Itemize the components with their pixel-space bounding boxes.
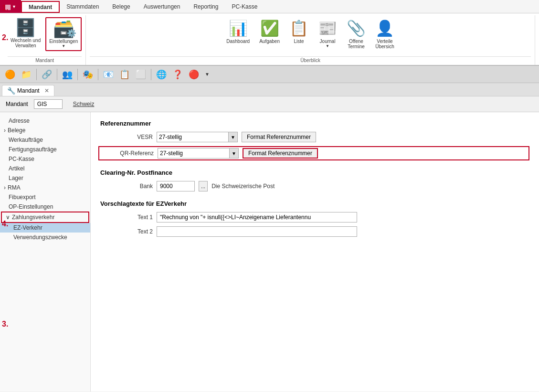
- schweiz-tab[interactable]: Schweiz: [68, 100, 99, 108]
- db-icon: 🗄️: [15, 19, 36, 36]
- sidebar-group-belege[interactable]: › Belege: [0, 126, 90, 135]
- sidebar-item-adresse[interactable]: Adresse: [0, 116, 90, 126]
- sidebar-item-artikel[interactable]: Artikel: [0, 164, 90, 173]
- btn-wechseln-verwalten[interactable]: 🗄️ Wechseln und Verwalten: [8, 17, 43, 50]
- einstellungen-arrow: ▼: [62, 44, 65, 48]
- field-row-vesr: VESR 27-stellig ▼ Format Referenznummer: [100, 132, 529, 142]
- annotation-3: 3.: [2, 320, 8, 328]
- tab-stammdaten[interactable]: Stammdaten: [60, 0, 106, 13]
- sidebar-group-rma[interactable]: › RMA: [0, 183, 90, 192]
- btn-dashboard-label: Dashboard: [226, 39, 250, 44]
- mandant-value-input[interactable]: [34, 99, 63, 109]
- sidebar-group-zahlungsverkehr[interactable]: ∨ Zahlungsverkehr: [1, 212, 89, 223]
- bank-static-text: Die Schweizerische Post: [211, 183, 275, 190]
- toolbar-sep-5: [151, 69, 151, 80]
- input-bank[interactable]: [157, 181, 195, 191]
- sidebar-child-verwendungszwecke[interactable]: Verwendungszwecke: [0, 233, 90, 242]
- ribbon-tab-bar: ▦ ▼ Mandant Stammdaten Belege Auswertung…: [0, 0, 539, 13]
- btn-aufgaben-label: Aufgaben: [259, 39, 280, 44]
- tab-mandant-label: Mandant: [17, 87, 40, 94]
- sidebar-item-pc-kasse[interactable]: PC-Kasse: [0, 154, 90, 164]
- tab-mandant-close[interactable]: ✕: [44, 87, 49, 94]
- annotation-1: 1.: [2, 4, 8, 12]
- toolbar: 🟠 📁 🔗 👥 🎭 📧 📋 ⬜ 🌐 ❓ 🔴 ▼: [0, 66, 539, 83]
- journal-icon: 📰: [318, 19, 337, 37]
- group-label-mandant: Mandant: [8, 56, 82, 63]
- sidebar-item-lager[interactable]: Lager: [0, 173, 90, 183]
- sidebar-item-fibuexport[interactable]: Fibuexport: [0, 192, 90, 202]
- btn-aufgaben[interactable]: ✅ Aufgaben: [256, 17, 283, 46]
- btn-journal-label: Journal: [320, 39, 336, 44]
- verteiler-icon: 👤: [375, 19, 394, 37]
- btn-journal[interactable]: 📰 Journal ▼: [315, 17, 340, 50]
- split-layout: Adresse › Belege Werkaufträge Fertigungs…: [0, 112, 539, 392]
- label-qr-referenz: QR-Referenz: [101, 150, 154, 157]
- tab-mandant-content[interactable]: 🔧 Mandant ✕: [2, 85, 54, 96]
- sidebar-item-werkauftraege[interactable]: Werkaufträge: [0, 135, 90, 145]
- label-vesr: VESR: [100, 134, 153, 140]
- toolbar-btn-square[interactable]: ⬜: [134, 68, 148, 81]
- btn-offene-termine-label: Offene Termine: [348, 39, 365, 49]
- sidebar-item-fertigungsauftraege[interactable]: Fertigungsaufträge: [0, 145, 90, 154]
- field-row-qr-referenz: QR-Referenz 27-stellig ▼ Format Referenz…: [98, 146, 529, 160]
- toolbar-sep-1: [36, 69, 37, 80]
- btn-einstellungen[interactable]: 🗃️ ⚙️ Einstellungen ▼: [45, 17, 82, 51]
- btn-bank-ellipsis[interactable]: ...: [199, 181, 208, 191]
- toolbar-btn-mask[interactable]: 🎭: [81, 68, 95, 81]
- offene-termine-icon: 📎: [347, 19, 366, 37]
- toolbar-btn-orange[interactable]: 🟠: [3, 68, 17, 81]
- label-bank: Bank: [100, 183, 153, 190]
- label-text2: Text 2: [100, 228, 153, 235]
- annotation-2: 2.: [2, 33, 8, 42]
- btn-wechseln-label: Wechseln und Verwalten: [11, 38, 41, 48]
- annotation-4: 4.: [2, 220, 8, 228]
- label-text1: Text 1: [100, 214, 153, 221]
- toolbar-btn-clipboard[interactable]: 📋: [117, 68, 132, 81]
- section-title-clearing: Clearing-Nr. Postfinance: [100, 169, 529, 176]
- liste-icon: 📋: [289, 19, 308, 37]
- ribbon-group-ueberblick: 📊 Dashboard ✅ Aufgaben 📋 Liste 📰 Journal…: [86, 15, 535, 65]
- btn-format-ref-qr[interactable]: Format Referenznummer: [243, 148, 318, 159]
- chevron-right-icon: ›: [4, 127, 6, 134]
- select-qr-value: 27-stellig: [158, 150, 229, 157]
- btn-format-ref-vesr[interactable]: Format Referenznummer: [242, 132, 316, 142]
- btn-verteiler-ubersicht[interactable]: 👤 Verteile Übersich: [372, 17, 397, 51]
- settings-icon: 🗃️ ⚙️: [53, 20, 74, 37]
- sidebar-item-op-einstellungen[interactable]: OP-Einstellungen: [0, 202, 90, 212]
- btn-dashboard[interactable]: 📊 Dashboard: [223, 17, 253, 46]
- toolbar-sep-3: [77, 69, 78, 80]
- tab-reporting[interactable]: Reporting: [187, 0, 225, 13]
- ribbon-group-mandant: 🗄️ Wechseln und Verwalten 🗃️ ⚙️ Einstell…: [4, 15, 86, 65]
- toolbar-btn-dropdown[interactable]: ▼: [203, 71, 211, 78]
- btn-liste[interactable]: 📋 Liste: [286, 17, 311, 46]
- input-text2[interactable]: [157, 226, 357, 237]
- toolbar-sep-2: [57, 69, 57, 80]
- section-clearing: Clearing-Nr. Postfinance Bank ... Die Sc…: [100, 169, 529, 191]
- toolbar-btn-globe[interactable]: 🌐: [154, 68, 169, 81]
- select-vesr-arrow[interactable]: ▼: [228, 132, 237, 142]
- toolbar-btn-mail[interactable]: 📧: [101, 68, 116, 81]
- mandant-window: Mandant Schweiz Adresse ›: [0, 96, 539, 392]
- tab-pc-kasse[interactable]: PC-Kasse: [225, 0, 264, 13]
- select-vesr-value: 27-stellig: [157, 134, 228, 140]
- mandant-header-label: Mandant: [6, 101, 28, 107]
- select-qr-arrow[interactable]: ▼: [229, 148, 238, 158]
- toolbar-btn-link[interactable]: 🔗: [40, 68, 54, 81]
- main-panel: Mandant Schweiz Adresse ›: [0, 96, 539, 392]
- tab-belege[interactable]: Belege: [106, 0, 137, 13]
- toolbar-sep-4: [98, 69, 98, 80]
- tab-auswertungen[interactable]: Auswertungen: [137, 0, 187, 13]
- content-area: 🔧 Mandant ✕ Mandant Schweiz: [0, 83, 539, 392]
- toolbar-btn-close[interactable]: 🔴: [187, 68, 201, 81]
- toolbar-btn-users[interactable]: 👥: [60, 68, 74, 81]
- btn-offene-termine[interactable]: 📎 Offene Termine: [344, 17, 369, 51]
- input-text1[interactable]: [157, 212, 357, 222]
- sidebar-child-ez-verkehr[interactable]: EZ-Verkehr: [0, 223, 90, 233]
- aufgaben-icon: ✅: [260, 19, 279, 37]
- toolbar-btn-help[interactable]: ❓: [170, 68, 185, 81]
- select-vesr[interactable]: 27-stellig ▼: [157, 132, 238, 142]
- tab-mandant[interactable]: Mandant: [21, 1, 60, 13]
- select-qr-referenz[interactable]: 27-stellig ▼: [158, 148, 239, 159]
- toolbar-btn-folder[interactable]: 📁: [19, 68, 33, 81]
- ribbon-body: 🗄️ Wechseln und Verwalten 🗃️ ⚙️ Einstell…: [0, 13, 539, 66]
